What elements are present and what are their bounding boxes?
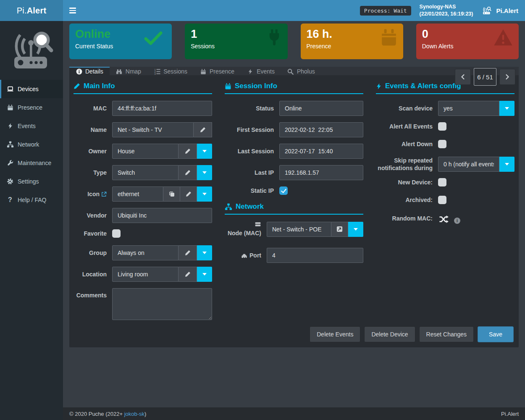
group-input[interactable] <box>112 245 178 260</box>
first-session-input[interactable] <box>279 122 363 137</box>
sidebar-item-label: Maintenance <box>18 160 51 166</box>
card-current-status[interactable]: Online Current Status <box>69 24 172 59</box>
icon-edit-button[interactable] <box>180 186 197 202</box>
gear-icon <box>6 178 14 185</box>
card-presence[interactable]: 16 h. Presence <box>301 24 403 59</box>
skip-notifications-dropdown-button[interactable] <box>499 157 514 172</box>
session-network-column: Session Info Status First Session Last S… <box>225 82 363 326</box>
icon-input[interactable] <box>112 186 163 202</box>
tab-presence[interactable]: Presence <box>194 67 241 75</box>
sidebar-item-events[interactable]: Events <box>0 117 63 135</box>
pencil-icon <box>74 83 80 89</box>
server-icon <box>255 221 261 227</box>
sidebar-item-label: Help / FAQ <box>18 197 46 203</box>
location-edit-button[interactable] <box>178 267 197 282</box>
sidebar-item-presence[interactable]: Presence <box>0 98 63 117</box>
sidebar-item-settings[interactable]: Settings <box>0 172 63 191</box>
sidebar-item-devices[interactable]: Devices <box>0 80 63 98</box>
tab-details[interactable]: Details <box>69 67 110 75</box>
location-input[interactable] <box>112 267 178 282</box>
tab-events[interactable]: Events <box>241 67 281 75</box>
scan-device-input[interactable] <box>438 101 499 116</box>
calendar-icon <box>200 68 207 75</box>
location-dropdown-button[interactable] <box>197 267 212 282</box>
alert-all-events-checkbox[interactable] <box>438 122 446 131</box>
save-button[interactable]: Save <box>478 326 514 342</box>
wrench-icon <box>6 160 14 167</box>
owner-edit-button[interactable] <box>178 144 197 159</box>
static-ip-checkbox[interactable] <box>279 186 288 195</box>
type-dropdown-button[interactable] <box>197 165 212 180</box>
app-badge[interactable]: Pi.Alert <box>481 5 518 16</box>
details-tab-panel: Main Info MAC Name Owner <box>69 75 519 326</box>
field-label: Icon <box>74 190 112 198</box>
field-location: Location <box>74 267 212 282</box>
field-label: Scan device <box>376 105 438 112</box>
sidebar-item-network[interactable]: Network <box>0 135 63 154</box>
sidebar-item-maintenance[interactable]: Maintenance <box>0 154 63 172</box>
type-input[interactable] <box>112 165 178 180</box>
delete-device-button[interactable]: Delete Device <box>364 326 415 342</box>
owner-input[interactable] <box>112 144 178 159</box>
last-ip-input[interactable] <box>279 165 363 180</box>
vendor-input[interactable] <box>112 208 212 223</box>
pencil-icon <box>185 250 191 256</box>
field-new-device: New Device: <box>376 178 514 186</box>
reset-changes-button[interactable]: Reset Changes <box>419 326 474 342</box>
footer-app-name: Pi.Alert <box>501 411 519 417</box>
card-down-alerts[interactable]: 0 Down Alerts <box>416 24 519 59</box>
info-icon[interactable]: i <box>454 218 460 224</box>
comments-textarea[interactable] <box>112 288 212 320</box>
app-name: Pi.Alert <box>496 7 518 14</box>
node-input[interactable] <box>267 222 331 237</box>
name-edit-button[interactable] <box>194 122 212 137</box>
brand-pi: Pi. <box>17 6 27 16</box>
owner-dropdown-button[interactable] <box>197 144 212 159</box>
port-input[interactable] <box>267 248 363 263</box>
external-link-icon[interactable] <box>101 192 107 197</box>
favorite-checkbox[interactable] <box>112 229 121 238</box>
node-open-button[interactable] <box>331 222 348 237</box>
hamburger-menu-icon[interactable] <box>63 0 82 21</box>
scan-device-dropdown-button[interactable] <box>499 101 514 116</box>
icon-copy-button[interactable] <box>163 186 180 202</box>
delete-events-button[interactable]: Delete Events <box>310 326 360 342</box>
next-device-button[interactable] <box>499 69 515 85</box>
group-dropdown-button[interactable] <box>197 245 212 260</box>
navbar-right: Process: Wait Synology-NAS (22/01/2023, … <box>360 3 525 18</box>
name-input[interactable] <box>112 122 194 137</box>
group-edit-button[interactable] <box>178 245 197 260</box>
last-session-input[interactable] <box>279 144 363 159</box>
warning-icon <box>494 29 513 46</box>
pencil-icon <box>185 170 191 176</box>
chevron-right-icon <box>505 74 510 80</box>
alert-down-checkbox[interactable] <box>438 140 446 148</box>
jokob-sk-link[interactable]: jokob-sk <box>124 411 144 417</box>
tab-label: Pholus <box>297 68 315 75</box>
tab-sessions[interactable]: 123 Sessions <box>147 67 194 75</box>
mac-input[interactable] <box>112 101 212 116</box>
tab-nmap[interactable]: Nmap <box>110 67 147 75</box>
icon-dropdown-button[interactable] <box>197 186 212 202</box>
caret-down-icon <box>202 273 207 276</box>
sidebar-item-help[interactable]: ? Help / FAQ <box>0 191 63 209</box>
field-label: Archived: <box>376 196 438 204</box>
node-dropdown-button[interactable] <box>348 222 363 237</box>
new-device-checkbox[interactable] <box>438 178 446 186</box>
caret-down-icon <box>354 228 358 231</box>
sidebar-item-label: Settings <box>18 178 39 185</box>
skip-notifications-input[interactable] <box>438 157 499 172</box>
caret-down-icon <box>202 252 207 254</box>
status-input[interactable] <box>279 101 363 116</box>
field-type: Type <box>74 165 212 180</box>
card-sessions[interactable]: 1 Sessions <box>185 24 287 59</box>
tab-pholus[interactable]: Pholus <box>281 67 321 75</box>
archived-checkbox[interactable] <box>438 196 446 204</box>
type-edit-button[interactable] <box>178 165 197 180</box>
section-title: Network <box>236 202 264 211</box>
host-time: (22/01/2023, 16:19:23) <box>420 10 473 18</box>
tab-label: Nmap <box>126 68 141 75</box>
brand-logo[interactable]: Pi.Alert <box>0 0 63 21</box>
prev-device-button[interactable] <box>455 69 471 85</box>
sidebar-item-label: Presence <box>18 104 42 111</box>
